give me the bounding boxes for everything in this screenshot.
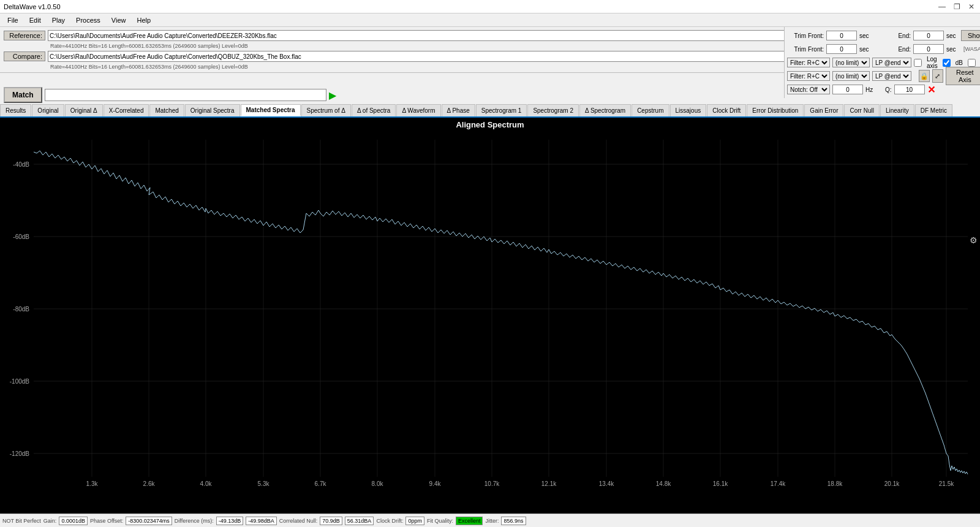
trim-front-row2: Trim Front: sec End: sec [WASAPI] Speake… — [787, 43, 978, 55]
minimize-button[interactable]: — — [937, 2, 947, 12]
tab--spectrogram[interactable]: Δ Spectrogram — [579, 104, 631, 116]
reference-label[interactable]: Reference: — [4, 31, 45, 40]
tab-error-distribution[interactable]: Error Distribution — [747, 104, 804, 116]
match-button[interactable]: Match — [4, 87, 42, 103]
compare-label[interactable]: Compare: — [4, 51, 45, 61]
clock-drift-value: 0ppm — [405, 517, 424, 525]
tab-gain-error[interactable]: Gain Error — [804, 104, 843, 116]
chart-svg: -40dB -60dB -80dB -100dB -120dB 1.3k 2.6… — [0, 134, 980, 514]
trim-end-input1[interactable] — [913, 31, 944, 40]
svg-text:-40dB: -40dB — [13, 161, 29, 168]
tab-original-[interactable]: Original Δ — [65, 104, 103, 116]
trim-front-input2[interactable] — [826, 44, 857, 54]
menu-item-play[interactable]: Play — [47, 15, 70, 25]
svg-text:18.8k: 18.8k — [827, 480, 843, 487]
jitter-label: Jitter: — [485, 518, 499, 524]
close-button[interactable]: ✕ — [967, 2, 976, 12]
tab--waveform[interactable]: Δ Waveform — [396, 104, 440, 116]
corr-null-val2: 56.31dBA — [345, 517, 374, 525]
tab-spectrogram-1[interactable]: Spectrogram 1 — [476, 104, 527, 116]
db-checkbox[interactable] — [943, 59, 951, 67]
expand-button[interactable]: ⤢ — [932, 69, 943, 83]
tab-matched[interactable]: Matched — [149, 104, 184, 116]
svg-text:13.4k: 13.4k — [599, 480, 614, 487]
tab-x-correlated[interactable]: X-Correlated — [104, 104, 149, 116]
trim-front-input1[interactable] — [826, 31, 857, 40]
gain-value: 0.0001dB — [59, 517, 88, 525]
notch-hz-input[interactable] — [832, 85, 863, 94]
chart-settings-icon[interactable]: ⚙ — [970, 235, 978, 245]
tab-cepstrum[interactable]: Cepstrum — [631, 104, 669, 116]
filter-nolimit2[interactable]: (no limit) — [832, 71, 870, 81]
reference-path-input[interactable] — [48, 30, 893, 41]
log-axis-checkbox[interactable] — [914, 59, 922, 67]
tab-spectrum-of-[interactable]: Spectrum of Δ — [301, 104, 351, 116]
menu-item-view[interactable]: View — [107, 15, 131, 25]
chart-svg-container: -40dB -60dB -80dB -100dB -120dB 1.3k 2.6… — [0, 134, 980, 514]
svg-text:-80dB: -80dB — [13, 306, 29, 313]
menu-item-edit[interactable]: Edit — [24, 15, 46, 25]
svg-text:17.4k: 17.4k — [771, 480, 786, 487]
filter-nolimit1[interactable]: (no limit) — [832, 58, 870, 67]
tab-linearity[interactable]: Linearity — [880, 104, 914, 116]
tab-df-metric[interactable]: DF Metric — [915, 104, 952, 116]
trim-front-label2: Trim Front: — [787, 46, 824, 53]
filter-select1[interactable]: Filter: R+C — [787, 58, 830, 67]
tab--of-spectra[interactable]: Δ of Spectra — [352, 104, 396, 116]
svg-text:20.1k: 20.1k — [884, 480, 900, 487]
svg-text:-60dB: -60dB — [13, 233, 29, 240]
show-button[interactable]: Show — [961, 30, 980, 41]
tab-matched-spectra[interactable]: Matched Spectra — [241, 104, 301, 116]
notch-select[interactable]: Notch: Off — [787, 85, 830, 94]
svg-text:16.1k: 16.1k — [713, 480, 728, 487]
tab-spectrogram-2[interactable]: Spectrogram 2 — [527, 104, 579, 116]
tab-corr-null[interactable]: Corr Null — [844, 104, 879, 116]
filter-lpend2[interactable]: LP @end — [872, 71, 911, 81]
corr-null-val1: 70.9dB — [320, 517, 342, 525]
tab-original[interactable]: Original — [32, 104, 64, 116]
filter-select2[interactable]: Filter: R+C — [787, 71, 830, 81]
trim-sec1: sec — [859, 32, 872, 39]
fit-quality-label: Fit Quality: — [427, 518, 453, 524]
phase-value: -8300.023474ms — [126, 517, 172, 525]
titlebar: DeltaWave v1.0.50 — ❐ ✕ — [0, 0, 980, 13]
menu-item-file[interactable]: File — [2, 15, 23, 25]
gain-label: Gain: — [43, 518, 57, 524]
clock-drift-label: Clock Drift: — [376, 518, 403, 524]
trim-end-label2: End: — [874, 46, 911, 53]
svg-text:21.5k: 21.5k — [939, 480, 954, 487]
svg-text:2.6k: 2.6k — [143, 480, 156, 487]
filter-lpend1[interactable]: LP @end — [872, 58, 911, 67]
q-label: Q: — [885, 86, 892, 93]
chart-area: Aligned Spectrum ⚙ — [0, 118, 980, 514]
compare-path-input[interactable] — [48, 51, 893, 62]
tab-clock-drift[interactable]: Clock Drift — [707, 104, 746, 116]
tab--phase[interactable]: Δ Phase — [442, 104, 475, 116]
trim-end-input2[interactable] — [913, 44, 944, 54]
svg-text:14.8k: 14.8k — [656, 480, 671, 487]
trim-sec4: sec — [946, 46, 959, 53]
db-label: dB — [956, 59, 963, 66]
svg-text:8.0k: 8.0k — [372, 480, 384, 487]
svg-text:12.1k: 12.1k — [541, 480, 557, 487]
play-match-button[interactable]: ▶ — [329, 89, 336, 101]
app-title: DeltaWave v1.0.50 — [4, 3, 61, 10]
menu-item-process[interactable]: Process — [71, 15, 105, 25]
reset-axis-button[interactable]: Reset Axis — [946, 67, 980, 85]
diff-value1: -49.13dB — [216, 517, 244, 525]
mu-checkbox[interactable] — [968, 59, 976, 67]
svg-text:1.3k: 1.3k — [86, 480, 99, 487]
trim-front-row1: Trim Front: sec End: sec Show — [787, 29, 978, 42]
svg-text:-120dB: -120dB — [10, 450, 30, 457]
tab-lissajous[interactable]: Lissajous — [670, 104, 707, 116]
menu-item-help[interactable]: Help — [132, 15, 156, 25]
svg-text:5.3k: 5.3k — [258, 480, 270, 487]
lock-button[interactable]: 🔒 — [919, 70, 930, 82]
tab-results[interactable]: Results — [0, 104, 31, 116]
q-input[interactable] — [894, 85, 925, 94]
restore-button[interactable]: ❐ — [952, 2, 962, 12]
tab-original-spectra[interactable]: Original Spectra — [185, 104, 240, 116]
not-bit-perfect-label: NOT Bit Perfect — [2, 518, 41, 524]
diff-label: Difference (ms): — [175, 518, 214, 524]
x-red-icon[interactable]: ✕ — [927, 84, 935, 96]
